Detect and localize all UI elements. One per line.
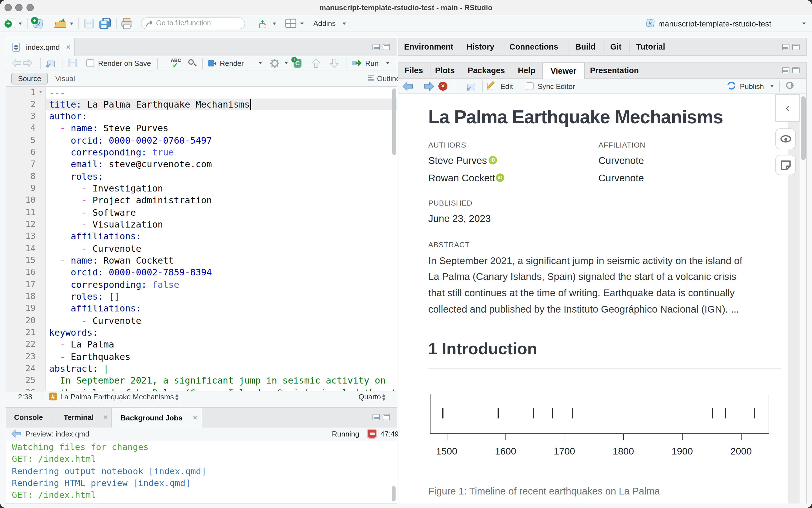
gear-icon[interactable] — [270, 58, 280, 68]
tab-build[interactable]: Build — [575, 38, 596, 55]
close-background-jobs-icon[interactable]: × — [193, 413, 197, 422]
version-control-dropdown[interactable] — [273, 23, 276, 27]
tab-environment[interactable]: Environment — [404, 38, 453, 55]
run-button[interactable]: Run — [365, 59, 379, 67]
axis-tick-label: 2000 — [731, 446, 752, 457]
publish-dropdown[interactable] — [770, 85, 774, 89]
console-line: GET: /index.html — [12, 490, 96, 502]
close-terminal-icon[interactable]: × — [104, 413, 108, 421]
outline-icon[interactable] — [368, 75, 374, 81]
source-mode-button[interactable]: Source — [11, 72, 48, 84]
editor-scrollbar-thumb[interactable] — [392, 88, 396, 155]
render-button[interactable]: Render — [220, 59, 244, 67]
edit-button[interactable]: Edit — [500, 82, 513, 90]
tab-terminal[interactable]: Terminal × — [56, 408, 111, 427]
gear-dropdown[interactable] — [285, 62, 288, 66]
editor-code-area[interactable]: 1234567891011121314151617181920212223242… — [6, 86, 397, 391]
annotation-visibility-button[interactable] — [775, 128, 796, 149]
project-selector[interactable]: manuscript-template-rstudio-test — [658, 19, 771, 28]
viewer-scrollbar-track[interactable] — [800, 94, 806, 503]
tab-connections[interactable]: Connections — [510, 38, 558, 55]
panes-layout-dropdown[interactable] — [300, 23, 304, 27]
panes-layout-icon[interactable] — [285, 18, 296, 31]
back-icon[interactable] — [12, 59, 22, 67]
console-scrollbar-thumb[interactable] — [392, 486, 396, 501]
tab-background-jobs[interactable]: Background Jobs × — [111, 408, 202, 428]
spellcheck-icon[interactable]: ABC ✓ — [171, 57, 183, 69]
tab-history[interactable]: History — [466, 38, 494, 55]
project-dropdown[interactable] — [802, 23, 806, 27]
orcid-icon[interactable]: iD — [489, 156, 497, 164]
viewer-forward-icon[interactable] — [424, 81, 435, 91]
orcid-icon[interactable]: iD — [496, 173, 504, 182]
close-tab-icon[interactable]: × — [66, 43, 71, 51]
console-maximize-button[interactable] — [382, 414, 390, 420]
environment-minimize-button[interactable] — [782, 44, 789, 50]
addins-dropdown[interactable] — [342, 23, 346, 27]
popout-icon[interactable] — [46, 59, 55, 67]
render-on-save-checkbox[interactable] — [86, 59, 94, 67]
refresh-icon[interactable] — [786, 81, 795, 90]
new-file-button[interactable]: + — [4, 18, 17, 29]
editor-minimize-button[interactable] — [372, 44, 380, 50]
tab-index-qmd[interactable]: index.qmd × — [6, 38, 75, 56]
save-button[interactable] — [84, 18, 94, 31]
viewer-minimize-button[interactable] — [782, 67, 789, 73]
section-selector[interactable]: La Palma Earthquake Mechanisms — [60, 392, 174, 401]
code-line: email: steve@curvenote.com — [49, 159, 392, 171]
addins-menu[interactable]: Addins — [313, 19, 336, 28]
axis-tick-label: 1500 — [436, 446, 457, 457]
save-all-button[interactable] — [99, 18, 112, 32]
new-chunk-icon[interactable]: C + — [292, 58, 302, 68]
viewer-scrollbar-thumb[interactable] — [801, 96, 806, 160]
stop-job-icon[interactable] — [367, 428, 377, 438]
console-output[interactable]: Watching files for changesGET: /index.ht… — [6, 440, 397, 503]
editor-maximize-button[interactable] — [382, 44, 390, 50]
cursor-position: 2:38 — [18, 392, 32, 401]
job-back-icon[interactable] — [11, 429, 21, 437]
run-dropdown[interactable] — [386, 62, 390, 66]
annotation-note-button[interactable] — [775, 155, 796, 175]
forward-icon[interactable] — [23, 59, 33, 67]
tab-viewer[interactable]: Viewer — [542, 62, 585, 79]
open-file-button[interactable] — [54, 18, 68, 31]
annotation-collapse-button[interactable]: ‹ — [775, 94, 800, 121]
print-button[interactable] — [121, 18, 133, 32]
code-line: - name: Steve Purves — [49, 123, 392, 135]
outline-toggle[interactable]: Outline — [377, 74, 400, 83]
save-file-icon[interactable] — [68, 58, 77, 67]
new-project-button[interactable]: R + — [32, 17, 45, 30]
viewer-stop-icon[interactable]: × — [438, 81, 447, 90]
open-file-dropdown[interactable] — [70, 23, 73, 27]
tab-presentation[interactable]: Presentation — [590, 62, 639, 78]
find-icon[interactable] — [188, 58, 197, 68]
code-line: corresponding: false — [49, 279, 392, 291]
line-number: 26 — [6, 387, 36, 391]
tab-tutorial[interactable]: Tutorial — [636, 38, 665, 55]
render-dropdown[interactable] — [259, 62, 262, 66]
axis-tick — [682, 433, 683, 440]
tab-git[interactable]: Git — [610, 38, 621, 55]
visual-mode-button[interactable]: Visual — [55, 74, 75, 83]
viewer-back-icon[interactable] — [402, 81, 413, 91]
doctype-selector[interactable]: Quarto — [359, 392, 381, 401]
console-minimize-button[interactable] — [372, 414, 380, 420]
sync-editor-checkbox[interactable] — [526, 82, 534, 90]
code-line: orcid: 0000-0002-0760-5497 — [49, 135, 392, 147]
jump-next-icon[interactable] — [330, 58, 339, 70]
sync-editor-label: Sync Editor — [537, 82, 575, 90]
environment-maximize-button[interactable] — [792, 44, 800, 50]
tab-console[interactable]: Console — [6, 408, 56, 427]
viewer-maximize-button[interactable] — [792, 67, 800, 73]
version-control-icon[interactable]: + - — [257, 18, 269, 29]
earthquake-event-tick — [725, 408, 726, 418]
tab-help[interactable]: Help — [518, 62, 535, 78]
tab-plots[interactable]: Plots — [435, 62, 455, 78]
jump-previous-icon[interactable] — [312, 58, 321, 70]
new-file-dropdown[interactable] — [18, 23, 22, 27]
viewer-popout-icon[interactable] — [466, 82, 476, 90]
publish-button[interactable]: Publish — [740, 82, 764, 90]
tab-packages[interactable]: Packages — [468, 62, 505, 78]
tab-files[interactable]: Files — [405, 62, 423, 78]
goto-file-input[interactable]: Go to file/function — [141, 17, 245, 29]
